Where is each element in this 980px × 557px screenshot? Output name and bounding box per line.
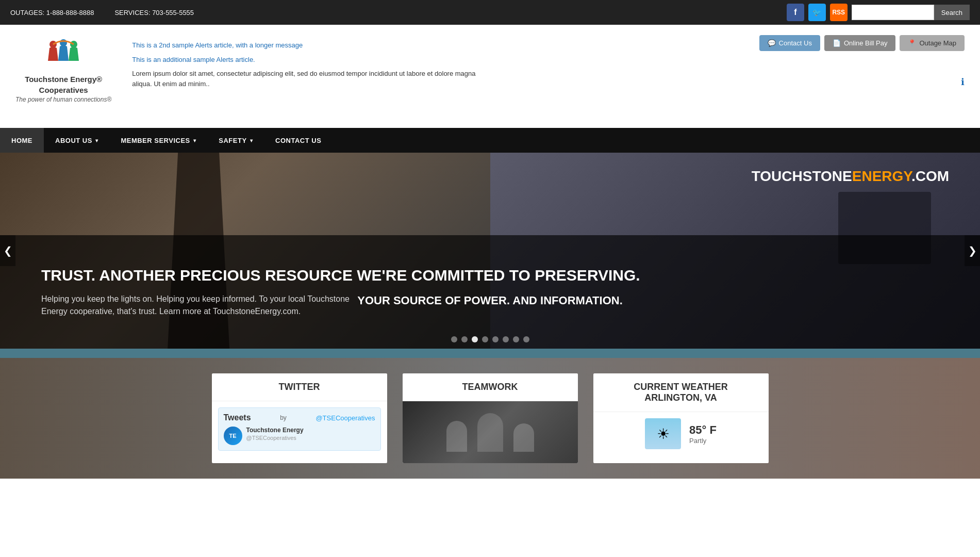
hero-overlay: TRUST. ANOTHER PRECIOUS RESOURCE WE'RE C… [0,235,980,349]
hero-brand-orange: ENERGY [852,168,911,184]
search-input[interactable] [852,5,934,20]
header: Touchstone Energy® Cooperatives The powe… [0,25,980,128]
widgets-row: TWITTER Tweets by @TSECooperatives TE To… [0,358,980,479]
weather-temp: 85° F [689,423,717,437]
person-silhouette-3 [513,423,534,452]
tagline: The power of human connections® [15,95,111,104]
map-pin-icon: 📍 [908,39,916,47]
logo-text: Touchstone Energy® Cooperatives The powe… [15,74,111,104]
hero-title: TRUST. ANOTHER PRECIOUS RESOURCE WE'RE C… [41,266,939,285]
hero-prev-button[interactable]: ❮ [0,235,15,266]
hero-subtitle: Helping you keep the lights on. Helping … [41,293,376,318]
search-box: Search [852,5,970,20]
nav-item-contact[interactable]: CONTACT US [264,128,333,153]
alerts-area: This is a 2nd sample Alerts article, wit… [132,40,493,93]
outages-label: OUTAGES: [10,9,44,17]
nav-safety-label: SAFETY [219,137,246,144]
hero-dot-1[interactable] [451,336,457,342]
hero-next-button[interactable]: ❯ [965,235,980,266]
hero-dot-5[interactable] [492,336,499,342]
twitter-widget-header: TWITTER [212,373,387,401]
teal-divider [0,349,980,358]
hero-dot-2[interactable] [461,336,468,342]
teamwork-silhouettes [446,413,534,452]
tweet-handle-small: @TSECooperatives [246,435,304,441]
nav-item-about[interactable]: ABOUT US ▾ [44,128,109,153]
tweet-item: TE Touchstone Energy @TSECooperatives [224,427,375,445]
weather-body: ☀ 85° F Partly [593,412,769,455]
weather-location: ARLINGTON, VA [602,392,760,403]
weather-widget: CURRENT WEATHER ARLINGTON, VA ☀ 85° F Pa… [593,373,769,463]
outage-map-button[interactable]: 📍 Outage Map [900,35,965,51]
hero-dot-6[interactable] [503,336,509,342]
hero-dot-7[interactable] [513,336,519,342]
tweet-handle[interactable]: @TSECooperatives [315,414,375,422]
weather-info: 85° F Partly [689,423,717,445]
logo-graphic [38,35,89,74]
contact-info: OUTAGES: 1-888-888-8888 SERVICES: 703-55… [10,9,194,17]
hero-brand: TOUCHSTONEENERGY.COM [752,168,949,185]
nav-safety-arrow: ▾ [250,138,253,143]
weather-icon: ☀ [645,418,681,449]
tweet-name: Touchstone Energy [246,427,304,434]
teamwork-image [403,401,578,463]
hero-section: TOUCHSTONEENERGY.COM TRUST. ANOTHER PREC… [0,153,980,349]
services-label: SERVICES: [114,9,150,17]
nav-bar: HOME ABOUT US ▾ MEMBER SERVICES ▾ SAFETY… [0,128,980,153]
twitter-widget: TWITTER Tweets by @TSECooperatives TE To… [212,373,387,463]
outages-phone[interactable]: 1-888-888-8888 [46,9,94,17]
bottom-section: TWITTER Tweets by @TSECooperatives TE To… [0,358,980,479]
tweet-content: Touchstone Energy @TSECooperatives [246,427,304,441]
hero-dot-4[interactable] [482,336,488,342]
online-bill-pay-button[interactable]: 📄 Online Bill Pay [824,35,896,51]
sun-icon: ☀ [657,425,670,443]
rss-icon[interactable]: RSS [830,4,848,21]
hero-brand-suffix: .COM [911,168,949,184]
tweet-avatar: TE [224,427,242,445]
alert-link-2[interactable]: This is an additional sample Alerts arti… [132,56,255,63]
nav-member-arrow: ▾ [193,138,196,143]
nav-about-label: ABOUT US [55,137,92,144]
twitter-widget-body: Tweets by @TSECooperatives TE Touchstone… [212,401,387,457]
alert-item-3: Lorem ipsum dolor sit amet, consectetur … [132,69,493,89]
tweets-label: Tweets [224,413,251,422]
services-phone[interactable]: 703-555-5555 [152,9,194,17]
nav-item-home[interactable]: HOME [0,128,44,153]
top-bar-right: f 🐦 RSS Search [787,4,970,21]
person-silhouette-2 [477,413,503,452]
top-bar: OUTAGES: 1-888-888-8888 SERVICES: 703-55… [0,0,980,25]
contact-us-label: Contact Us [779,39,812,47]
hero-dots [451,336,529,342]
outage-map-label: Outage Map [919,39,956,47]
outages-info: OUTAGES: 1-888-888-8888 [10,9,94,17]
twitter-icon[interactable]: 🐦 [808,4,826,21]
hero-tagline: YOUR SOURCE OF POWER. AND INFORMATION. [357,294,623,307]
quick-links: 💬 Contact Us 📄 Online Bill Pay 📍 Outage … [759,35,965,51]
hero-brand-white: TOUCHSTONE [752,168,852,184]
person-silhouette-1 [446,421,467,452]
search-button[interactable]: Search [934,5,970,20]
nav-about-arrow: ▾ [95,138,98,143]
weather-widget-header: CURRENT WEATHER ARLINGTON, VA [593,373,769,412]
weather-title: CURRENT WEATHER [602,382,760,392]
logo-area: Touchstone Energy® Cooperatives The powe… [15,35,111,104]
chat-icon: 💬 [768,39,776,47]
online-bill-pay-label: Online Bill Pay [844,39,888,47]
hero-dot-3[interactable] [472,336,478,342]
tweet-by: by [280,414,287,421]
alert-link-1[interactable]: This is a 2nd sample Alerts article, wit… [132,41,303,49]
alert-info-icon[interactable]: ℹ [961,76,965,88]
services-info: SERVICES: 703-555-5555 [114,9,194,17]
nav-item-member-services[interactable]: MEMBER SERVICES ▾ [109,128,207,153]
facebook-icon[interactable]: f [787,4,804,21]
contact-us-button[interactable]: 💬 Contact Us [759,35,820,51]
nav-member-label: MEMBER SERVICES [121,137,190,144]
alert-item-1: This is a 2nd sample Alerts article, wit… [132,40,493,51]
tweet-box: Tweets by @TSECooperatives TE Touchstone… [218,407,381,451]
nav-item-safety[interactable]: SAFETY ▾ [207,128,264,153]
brand-name: Touchstone Energy® Cooperatives [15,74,111,95]
nav-contact-label: CONTACT US [275,137,321,144]
bill-icon: 📄 [833,39,841,47]
hero-dot-8[interactable] [523,336,529,342]
weather-desc: Partly [689,437,717,445]
